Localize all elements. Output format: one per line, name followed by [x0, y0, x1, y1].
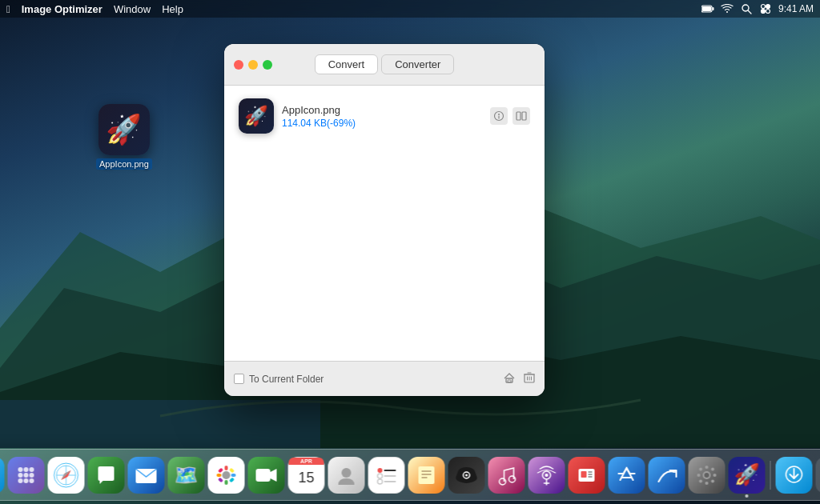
svg-rect-16 [517, 112, 521, 120]
svg-point-70 [465, 474, 468, 476]
file-icon: 🚀 [239, 98, 274, 134]
window-content: 🚀 AppIcon.png 114.04 KB(-69%) [224, 86, 545, 361]
file-actions [490, 107, 530, 125]
window-menu[interactable]: Window [114, 3, 151, 15]
svg-point-31 [18, 467, 23, 472]
svg-point-9 [761, 5, 765, 9]
clock: 9:41 AM [778, 3, 814, 14]
desktop-icon-image: 🚀 [98, 104, 150, 155]
dock-item-store[interactable] [776, 457, 813, 494]
svg-rect-6 [702, 6, 711, 11]
help-menu[interactable]: Help [162, 3, 183, 15]
svg-point-58 [342, 468, 352, 478]
dock-item-maps[interactable]: 🗺️ [168, 457, 205, 494]
svg-point-34 [18, 473, 23, 478]
dock-item-imageoptimizer[interactable]: 🚀 [729, 457, 766, 494]
svg-point-92 [699, 479, 702, 482]
desktop-icon-appicon[interactable]: 🚀 AppIcon.png [96, 104, 152, 170]
svg-point-63 [378, 479, 383, 484]
svg-point-7 [742, 5, 749, 11]
dock-item-facetime[interactable] [248, 457, 285, 494]
apple-menu[interactable]:  [6, 3, 10, 15]
file-compare-button[interactable] [512, 107, 530, 125]
svg-rect-54 [218, 477, 223, 482]
dock-item-messages[interactable] [88, 457, 125, 494]
svg-rect-17 [522, 112, 526, 120]
footer-trash-icon[interactable] [524, 371, 535, 387]
dock-item-notes[interactable] [408, 457, 445, 494]
file-info: AppIcon.png 114.04 KB(-69%) [282, 104, 482, 129]
menubar-right: 9:41 AM [701, 2, 814, 15]
svg-rect-50 [217, 474, 222, 477]
svg-point-61 [378, 474, 383, 478]
svg-point-74 [545, 474, 549, 477]
footer-icons [503, 371, 535, 387]
svg-point-72 [509, 476, 516, 482]
file-name: AppIcon.png [282, 104, 482, 116]
svg-point-33 [30, 467, 34, 472]
current-folder-label: To Current Folder [249, 374, 324, 385]
svg-marker-57 [271, 469, 277, 482]
dock-item-trash[interactable] [816, 457, 821, 494]
svg-point-37 [18, 478, 23, 483]
dock-item-news[interactable] [569, 457, 605, 494]
dock: 🗺️ APR 15 [0, 449, 820, 501]
window-maximize-button[interactable] [263, 60, 272, 70]
dock-item-appletv[interactable] [448, 457, 485, 494]
svg-point-71 [500, 478, 506, 485]
window-footer: To Current Folder [224, 361, 545, 396]
svg-point-35 [24, 473, 29, 478]
tab-converter[interactable]: Converter [381, 54, 454, 74]
dock-item-music[interactable] [488, 457, 525, 494]
svg-point-59 [378, 468, 383, 473]
dock-item-appstore[interactable] [609, 457, 645, 494]
app-window: Convert Converter 🚀 AppIcon.png 114.04 K… [224, 44, 545, 396]
svg-point-14 [498, 114, 500, 115]
desktop-icon-label: AppIcon.png [96, 158, 152, 170]
file-size: 114.04 KB(-69%) [282, 118, 482, 129]
file-preview-button[interactable] [490, 107, 508, 125]
dock-separator [770, 461, 771, 490]
file-row: 🚀 AppIcon.png 114.04 KB(-69%) [231, 92, 538, 140]
footer-home-icon[interactable] [503, 371, 516, 387]
svg-point-32 [24, 467, 29, 472]
dock-item-systemprefs[interactable] [689, 457, 726, 494]
dock-item-mail[interactable] [128, 457, 165, 494]
dock-item-photos[interactable] [208, 457, 245, 494]
control-center-icon[interactable] [759, 2, 772, 15]
dock-item-contacts[interactable] [328, 457, 365, 494]
dock-item-calendar[interactable]: APR 15 [288, 457, 325, 494]
svg-rect-78 [581, 471, 587, 478]
dock-item-testflight[interactable] [649, 457, 685, 494]
window-tabs: Convert Converter [315, 54, 455, 74]
window-minimize-button[interactable] [248, 60, 258, 70]
svg-point-38 [24, 478, 29, 483]
battery-icon [701, 2, 714, 15]
current-folder-checkbox[interactable] [234, 374, 244, 384]
svg-point-84 [705, 473, 709, 478]
window-close-button[interactable] [234, 60, 243, 70]
svg-point-86 [705, 482, 709, 485]
svg-point-90 [711, 479, 714, 482]
svg-point-11 [761, 10, 765, 14]
svg-point-89 [699, 467, 702, 470]
svg-rect-19 [508, 380, 511, 382]
svg-rect-65 [419, 466, 435, 484]
app-name-menu[interactable]: Image Optimizer [22, 3, 102, 15]
svg-point-85 [705, 466, 709, 469]
svg-point-39 [30, 478, 34, 483]
dock-item-safari[interactable] [48, 457, 85, 494]
dock-item-podcasts[interactable] [529, 457, 565, 494]
dock-item-reminders[interactable] [368, 457, 405, 494]
footer-checkbox-area: To Current Folder [234, 374, 324, 385]
tab-convert[interactable]: Convert [315, 54, 379, 74]
menubar:  Image Optimizer Window Help [0, 0, 820, 18]
svg-point-12 [766, 10, 770, 14]
svg-rect-51 [231, 474, 236, 477]
svg-rect-52 [218, 467, 223, 473]
search-icon[interactable] [740, 2, 753, 15]
dock-item-finder[interactable] [0, 457, 5, 494]
svg-point-87 [697, 474, 701, 477]
dock-item-launchpad[interactable] [8, 457, 45, 494]
svg-rect-48 [225, 466, 228, 470]
